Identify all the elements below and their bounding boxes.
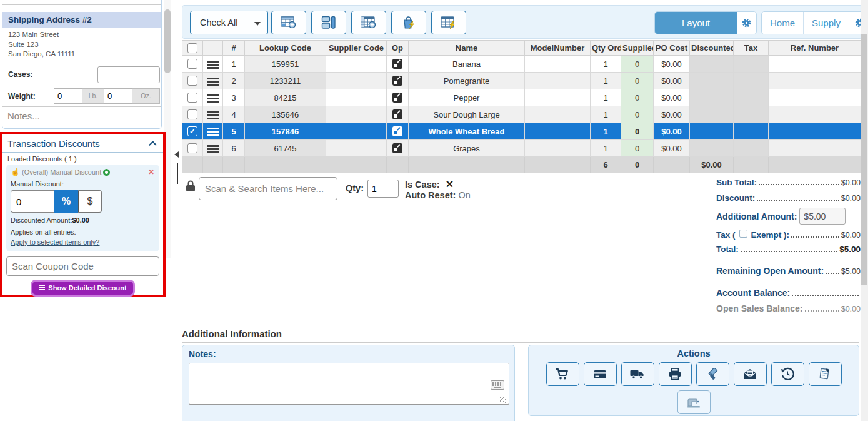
dollar-toggle-button[interactable]: $	[78, 190, 102, 213]
col-tax[interactable]: Tax	[734, 41, 769, 56]
chevron-up-icon[interactable]	[149, 141, 157, 149]
history-button[interactable]	[771, 362, 804, 386]
sewing-machine-button[interactable]	[677, 390, 711, 414]
layout-button[interactable]: Layout	[655, 12, 737, 34]
page-scrollbar-thumb[interactable]	[861, 34, 867, 285]
shipping-button[interactable]	[621, 362, 654, 386]
qty-input[interactable]	[367, 180, 399, 198]
col-op[interactable]: Op	[387, 41, 409, 56]
manual-discount-input[interactable]	[11, 190, 54, 213]
quick-table-button[interactable]	[431, 11, 466, 34]
remaining-open-label: Remaining Open Amount:	[716, 266, 824, 276]
tag-gun-icon	[704, 367, 721, 382]
print-button[interactable]	[659, 362, 692, 386]
col-discounted[interactable]: Discounted	[690, 41, 734, 56]
weight-oz-input[interactable]	[104, 88, 132, 104]
collapse-sidebar-arrow-icon[interactable]	[174, 151, 179, 158]
open-sales-balance-label: Open Sales Balance:	[716, 303, 803, 313]
scan-search-input[interactable]	[199, 177, 337, 200]
supplied-total: 0	[621, 157, 654, 173]
percent-toggle-button[interactable]: %	[54, 190, 78, 213]
col-num[interactable]: #	[223, 41, 245, 56]
show-detailed-discount-button[interactable]: Show Detailed Discount	[31, 280, 134, 297]
auto-reset-value[interactable]: On	[458, 190, 470, 200]
table-row[interactable]: 1 159951 Banana 1 0 $0.00	[182, 56, 861, 73]
notes-textarea[interactable]	[189, 363, 509, 405]
header-checkbox[interactable]	[187, 43, 197, 53]
layout-settings-button[interactable]	[737, 12, 756, 34]
label-button[interactable]	[696, 362, 729, 386]
open-item-icon[interactable]	[392, 76, 402, 86]
apply-selected-link[interactable]: Apply to selected items only?	[11, 238, 99, 246]
drag-handle-icon[interactable]	[207, 111, 219, 119]
gear-icon	[741, 18, 752, 28]
col-name[interactable]: Name	[409, 41, 525, 56]
table-row[interactable]: 2 1233211 Pomegranite 1 0 $0.00	[182, 73, 861, 89]
supply-button[interactable]: Supply	[804, 12, 849, 34]
open-item-icon[interactable]	[392, 143, 402, 153]
coupon-code-input[interactable]	[6, 256, 159, 276]
col-ref[interactable]: Ref. Number	[769, 41, 861, 56]
table-row[interactable]: 3 84215 Pepper 1 0 $0.00	[182, 89, 861, 106]
notes-section: Notes:	[182, 345, 515, 421]
home-button[interactable]: Home	[762, 12, 804, 34]
col-lookup[interactable]: Lookup Code	[245, 41, 326, 56]
col-supplied[interactable]: Supplied	[621, 41, 654, 56]
payment-button[interactable]	[584, 362, 617, 386]
col-supplier[interactable]: Supplier Code	[326, 41, 387, 56]
row-checkbox[interactable]	[187, 109, 197, 119]
order-notes-button[interactable]	[809, 362, 842, 386]
notes-field[interactable]: Notes...	[2, 106, 161, 125]
table-row[interactable]: 6 61745 Grapes 1 0 $0.00	[182, 140, 861, 157]
cases-input[interactable]	[97, 66, 160, 83]
visibility-icon[interactable]	[103, 169, 110, 176]
actions-section: Actions	[528, 345, 859, 416]
table-footer-row: 6 0 $0.00	[182, 157, 861, 173]
resize-grip-icon[interactable]	[500, 397, 506, 403]
notes-field-top[interactable]: Notes...	[2, 0, 161, 5]
row-checkbox-checked[interactable]: ✓	[187, 126, 197, 136]
remaining-open-value: $5.00	[841, 267, 861, 276]
drag-handle-icon[interactable]	[207, 78, 219, 86]
additional-amount-input[interactable]	[799, 208, 846, 225]
drag-handle-icon[interactable]	[207, 128, 219, 136]
drag-handle-icon[interactable]	[207, 61, 219, 69]
cart-button[interactable]	[546, 362, 579, 386]
col-qty[interactable]: Qty Ord	[591, 41, 621, 56]
splitter-handle[interactable]	[177, 163, 178, 184]
transaction-discounts-header[interactable]: Transaction Discounts	[2, 134, 163, 153]
check-all-dropdown-button[interactable]	[247, 11, 268, 34]
drag-handle-icon[interactable]	[207, 145, 219, 153]
remove-discount-icon[interactable]: ✕	[148, 168, 154, 176]
open-item-icon[interactable]	[392, 109, 402, 119]
open-item-icon[interactable]	[392, 126, 402, 136]
row-checkbox[interactable]	[187, 143, 197, 153]
row-checkbox[interactable]	[187, 93, 197, 103]
check-all-button[interactable]: Check All	[190, 11, 247, 34]
truck-icon	[629, 368, 646, 380]
insert-table-button[interactable]	[351, 11, 386, 34]
is-case-x-icon[interactable]: ✕	[446, 179, 454, 190]
tax-exempt-checkbox[interactable]	[739, 230, 747, 238]
select-all-header[interactable]	[182, 41, 203, 56]
table-row[interactable]: 4 135646 Sour Dough Large 1 0 $0.00	[182, 106, 861, 123]
sidebar-scrollbar-thumb[interactable]	[164, 9, 171, 73]
discounted-amount-value: $0.00	[72, 216, 89, 224]
add-table-button[interactable]	[271, 11, 306, 34]
row-checkbox[interactable]	[187, 59, 197, 69]
discount-label: Discount:	[716, 193, 755, 203]
quick-bag-button[interactable]	[391, 11, 426, 34]
email-button[interactable]	[734, 362, 767, 386]
open-item-icon[interactable]	[392, 59, 402, 69]
col-model[interactable]: ModelNumber	[525, 41, 591, 56]
table-row-selected[interactable]: ✓ 5 157846 Whole Wheat Bread 1 0 $0.00	[182, 123, 861, 140]
drag-column-header	[203, 41, 223, 56]
keyboard-icon[interactable]	[491, 380, 504, 390]
row-checkbox[interactable]	[187, 76, 197, 86]
col-po-cost[interactable]: PO Cost	[654, 41, 690, 56]
open-item-icon[interactable]	[392, 93, 402, 103]
tax-value: $0.00	[841, 231, 861, 240]
split-view-button[interactable]	[311, 11, 346, 34]
weight-lb-input[interactable]	[54, 88, 82, 104]
drag-handle-icon[interactable]	[207, 94, 219, 103]
